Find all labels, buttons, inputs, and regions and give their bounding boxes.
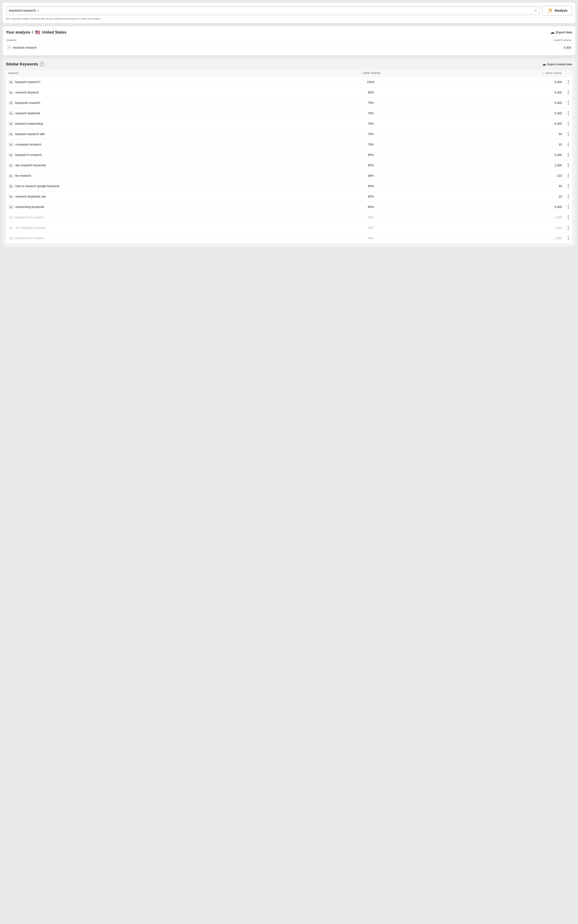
svg-text:+: +	[10, 133, 11, 135]
similar-actions-cell[interactable]	[564, 98, 572, 108]
three-dots-menu[interactable]	[567, 111, 570, 116]
similar-keyword-cell: + keyword in research	[6, 150, 305, 160]
list-item: + keyword researching 70% 5,400	[6, 119, 572, 129]
keyword-tag-close[interactable]: ✕	[37, 9, 39, 12]
similar-volume-cell: 1,300	[437, 212, 564, 223]
similar-keyword-text: keyword research with	[15, 132, 45, 136]
similar-keyword-text: seo research keywords	[15, 164, 46, 167]
similar-actions-cell[interactable]	[564, 181, 572, 191]
three-dots-menu[interactable]	[567, 100, 570, 106]
svg-text:+: +	[10, 196, 11, 198]
search-input-wrapper[interactable]: keyword research ✕ ✕	[6, 6, 540, 15]
similar-actions-cell[interactable]	[564, 129, 572, 139]
similar-col-volume[interactable]: ↕ search volume	[437, 70, 564, 77]
similar-col-keyword: keyword	[6, 70, 305, 77]
similar-volume-cell: 5,400	[437, 150, 564, 160]
three-dots-menu[interactable]	[567, 79, 570, 85]
similar-keyword-cell: + research keyword	[6, 87, 305, 98]
similar-section: Similar Keywords ? ☁ Export loaded data …	[3, 59, 575, 247]
svg-text:+: +	[10, 81, 11, 83]
three-dots-menu[interactable]	[567, 235, 570, 241]
similar-col-serp[interactable]: ↕ SERP similarity	[305, 70, 437, 77]
three-dots-menu[interactable]	[567, 163, 570, 168]
similar-actions-cell[interactable]	[564, 150, 572, 160]
three-dots-menu[interactable]	[567, 204, 570, 210]
folder-add-icon[interactable]: +	[8, 163, 14, 168]
similar-volume-cell: 5,400	[437, 87, 564, 98]
list-item: + researching keywords 60% 5,400	[6, 202, 572, 212]
folder-add-icon[interactable]: +	[8, 205, 14, 209]
folder-add-icon[interactable]: +	[8, 142, 14, 146]
similar-actions-cell[interactable]	[564, 233, 572, 243]
three-dots-menu[interactable]	[567, 152, 570, 158]
cloud-download-icon: ☁	[550, 30, 554, 35]
three-dots-menu[interactable]	[567, 173, 570, 179]
three-dots-menu[interactable]	[567, 121, 570, 126]
folder-add-icon[interactable]: +	[8, 236, 14, 240]
three-dots-menu[interactable]	[567, 225, 570, 231]
search-clear-icon[interactable]: ✕	[534, 8, 537, 13]
similar-serp-cell: 80%	[305, 87, 437, 98]
col-keyword-header: keyword	[6, 37, 349, 43]
help-icon[interactable]: ?	[40, 62, 44, 67]
similar-actions-cell[interactable]	[564, 171, 572, 181]
similar-actions-cell[interactable]	[564, 139, 572, 150]
similar-serp-cell: 100%	[305, 77, 437, 87]
three-dots-menu[interactable]	[567, 142, 570, 147]
similar-actions-cell[interactable]	[564, 160, 572, 171]
three-dots-menu[interactable]	[567, 131, 570, 137]
export-data-button[interactable]: ☁ Export data	[550, 30, 572, 35]
analysis-country: United States	[42, 30, 67, 35]
three-dots-menu[interactable]	[567, 89, 570, 95]
svg-text:+: +	[10, 217, 11, 219]
folder-add-icon[interactable]: +	[8, 226, 14, 230]
similar-keyword-cell: + a keyword research	[6, 139, 305, 150]
similar-serp-cell: 65%	[305, 171, 437, 181]
similar-title: Similar Keywords	[6, 62, 38, 67]
similar-actions-cell[interactable]	[564, 119, 572, 129]
us-flag-icon: 🇺🇸	[35, 30, 41, 35]
svg-point-2	[550, 10, 550, 11]
similar-volume-cell: 5,400	[437, 202, 564, 212]
analysis-separator: /	[32, 30, 33, 35]
three-dots-menu[interactable]	[567, 215, 570, 220]
folder-add-icon[interactable]: +	[8, 122, 14, 126]
similar-actions-cell[interactable]	[564, 77, 572, 87]
three-dots-menu[interactable]	[567, 183, 570, 189]
three-dots-menu[interactable]	[567, 194, 570, 199]
folder-add-icon[interactable]: +	[8, 194, 14, 198]
folder-add-icon[interactable]: +	[8, 101, 14, 105]
col-searchvolume-header[interactable]: ↕ search volume	[349, 37, 572, 43]
list-item: + keywords research 75% 5,400	[6, 98, 572, 108]
similar-volume-cell: 1,000	[437, 233, 564, 243]
similar-serp-cell: 65%	[305, 160, 437, 171]
list-item: + how to research google keywords 65% 30	[6, 181, 572, 191]
folder-add-icon[interactable]: +	[8, 80, 14, 84]
list-item: + keyword seo research 60% 1,300	[6, 212, 572, 223]
list-item: + a keyword research 70% 10	[6, 139, 572, 150]
export-loaded-button[interactable]: ☁ Export loaded data	[542, 62, 572, 67]
folder-add-icon[interactable]: +	[8, 132, 14, 136]
similar-actions-cell[interactable]	[564, 202, 572, 212]
add-to-folder-icon[interactable]: +	[7, 45, 11, 50]
similar-actions-cell[interactable]	[564, 191, 572, 202]
svg-text:+: +	[10, 102, 11, 104]
svg-text:+: +	[10, 123, 11, 125]
list-item: + keyword research with 70% 50	[6, 129, 572, 139]
similar-actions-cell[interactable]	[564, 87, 572, 98]
similar-table: keyword ↕ SERP similarity ↕ search volum…	[6, 70, 572, 243]
folder-add-icon[interactable]: +	[8, 153, 14, 157]
similar-serp-cell: 60%	[305, 223, 437, 233]
analysis-table: keyword ↕ search volume + keyword resear…	[6, 37, 572, 52]
similar-volume-cell: 10	[437, 191, 564, 202]
similar-actions-cell[interactable]	[564, 108, 572, 119]
folder-add-icon[interactable]: +	[8, 90, 14, 94]
analyze-button[interactable]: Analyze	[542, 5, 572, 16]
similar-actions-cell[interactable]	[564, 223, 572, 233]
folder-add-icon[interactable]: +	[8, 215, 14, 220]
similar-volume-cell: 30	[437, 181, 564, 191]
similar-actions-cell[interactable]	[564, 212, 572, 223]
folder-add-icon[interactable]: +	[8, 184, 14, 188]
folder-add-icon[interactable]: +	[8, 174, 14, 178]
folder-add-icon[interactable]: +	[8, 111, 14, 116]
